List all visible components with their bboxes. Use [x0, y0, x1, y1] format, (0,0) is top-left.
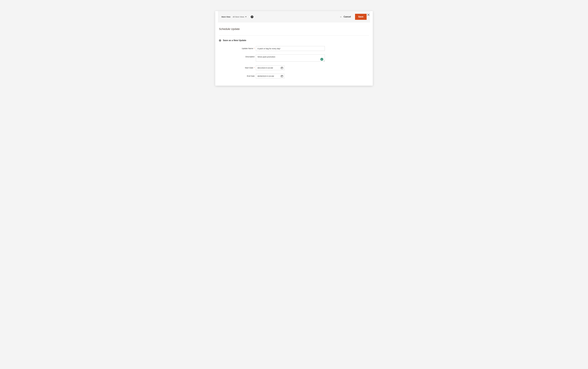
svg-rect-11: [281, 76, 282, 77]
calendar-icon[interactable]: [281, 67, 283, 69]
store-view-selector[interactable]: All Store Views: [233, 16, 247, 18]
grammarly-icon[interactable]: G: [320, 58, 323, 61]
section-title: Schedule Update: [219, 27, 369, 31]
start-date-row: Start Date*: [219, 65, 369, 70]
end-date-label: End Date: [219, 74, 256, 77]
cancel-label: Cancel: [344, 16, 351, 18]
svg-rect-4: [281, 67, 282, 67]
svg-rect-6: [281, 68, 282, 68]
description-textarea[interactable]: [256, 54, 325, 62]
end-date-input[interactable]: [256, 74, 284, 79]
update-name-input[interactable]: [256, 46, 325, 51]
start-date-label: Start Date*: [219, 65, 256, 69]
update-name-label: Update Name*: [219, 46, 256, 50]
end-date-row: End Date: [219, 74, 369, 79]
save-as-new-label: Save as a New Update: [223, 39, 246, 42]
svg-rect-7: [281, 75, 283, 77]
svg-rect-10: [282, 75, 283, 76]
required-asterisk: *: [254, 47, 255, 50]
schedule-update-modal: Store View: All Store Views ? ← Cancel S…: [215, 11, 373, 86]
toolbar: Store View: All Store Views ? ← Cancel S…: [218, 11, 370, 22]
description-label: Description: [219, 54, 256, 58]
modal-content: Schedule Update Save as a New Update Upd…: [215, 22, 373, 79]
arrow-left-icon: ←: [340, 16, 342, 18]
chevron-down-icon: [245, 17, 247, 17]
svg-rect-9: [281, 75, 282, 76]
calendar-icon[interactable]: [281, 75, 283, 77]
store-view-value: All Store Views: [233, 16, 244, 18]
cancel-button[interactable]: ← Cancel: [340, 16, 351, 18]
svg-rect-2: [281, 67, 283, 69]
store-view-label: Store View:: [221, 16, 231, 18]
close-icon: [367, 13, 370, 16]
svg-rect-5: [282, 67, 283, 67]
update-name-row: Update Name*: [219, 46, 369, 51]
save-as-new-radio-row[interactable]: Save as a New Update: [219, 39, 369, 42]
radio-icon: [219, 39, 221, 41]
start-date-input[interactable]: [256, 65, 284, 70]
required-asterisk: *: [254, 67, 255, 69]
description-row: Description G: [219, 54, 369, 62]
save-button[interactable]: Save: [355, 14, 367, 20]
help-icon[interactable]: ?: [251, 16, 253, 18]
close-button[interactable]: [367, 13, 370, 17]
